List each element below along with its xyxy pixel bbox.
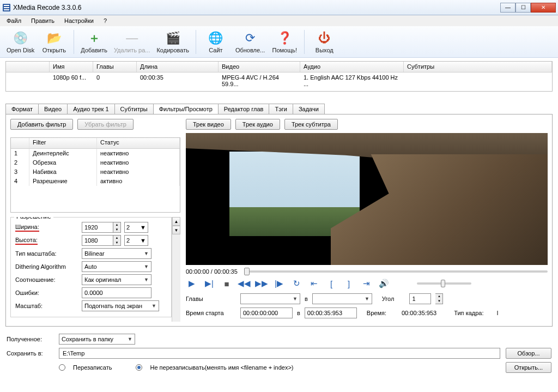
tab-chapter-editor[interactable]: Редактор глав xyxy=(218,104,270,114)
width-divisor-combo[interactable]: 2▼ xyxy=(124,222,148,233)
chapter-to-combo[interactable]: ▼ xyxy=(312,293,372,304)
column-header-blank[interactable] xyxy=(6,62,50,72)
mark-out-button[interactable]: ⇥ xyxy=(360,278,372,289)
frame-type-label: Тип кадра: xyxy=(454,310,483,316)
tab-tasks[interactable]: Задачи xyxy=(293,104,325,114)
rewind-button[interactable]: ◀◀ xyxy=(238,278,250,289)
scroll-down-icon[interactable]: ▼ xyxy=(172,226,180,234)
menu-settings[interactable]: Настройки xyxy=(60,16,98,25)
width-input[interactable] xyxy=(82,222,113,233)
window-maximize-button[interactable]: ☐ xyxy=(515,3,531,13)
column-header-index[interactable] xyxy=(11,138,29,148)
no-overwrite-label: Не перезаписывать(менять имя <filename +… xyxy=(150,364,293,371)
filter-row[interactable]: 3Набивканеактивно xyxy=(11,167,180,177)
received-combo[interactable]: Сохранить в папку▼ xyxy=(59,334,135,345)
settings-scrollbar[interactable]: ▲ ▼ xyxy=(172,217,180,322)
ratio-combo[interactable]: Как оригинал▼ xyxy=(82,274,151,285)
tab-filters-preview[interactable]: Фильтры/Просмотр xyxy=(153,104,219,114)
resolution-group-title: Разрешение xyxy=(14,217,53,220)
open-disk-button[interactable]: 💿Open Disk xyxy=(4,28,37,56)
help-button[interactable]: ❓Помощь! xyxy=(269,28,300,56)
track-audio-button[interactable]: Трек аудио xyxy=(235,119,280,130)
browse-button[interactable]: Обзор... xyxy=(506,348,551,359)
scale-type-combo[interactable]: Bilinear▼ xyxy=(82,248,151,259)
track-video-button[interactable]: Трек видео xyxy=(186,119,231,130)
filter-row[interactable]: 1Деинтерлейснеактивно xyxy=(11,149,180,158)
power-icon: ⏻ xyxy=(317,31,332,46)
toolbar-separator xyxy=(74,30,74,54)
column-header-filter[interactable]: Filter xyxy=(29,138,97,148)
menu-file[interactable]: Файл xyxy=(2,16,26,25)
toolbar-separator xyxy=(304,30,305,54)
menu-edit[interactable]: Править xyxy=(27,16,59,25)
width-spinner[interactable]: ▲▼ xyxy=(113,222,121,233)
add-button[interactable]: ＋Добавить xyxy=(78,28,110,56)
column-header-status[interactable]: Статус xyxy=(97,138,180,148)
disc-icon: 💿 xyxy=(13,31,28,46)
filter-row[interactable]: 2Обрезканеактивно xyxy=(11,158,180,167)
bracket-left-icon[interactable]: [ xyxy=(325,278,337,289)
end-time-input[interactable] xyxy=(305,307,357,318)
filter-row[interactable]: 4Разрешениеактивно xyxy=(11,177,180,186)
angle-spinner[interactable]: ▲▼ xyxy=(435,293,443,304)
open-file-button[interactable]: 📂Открыть xyxy=(39,28,69,56)
mark-in-button[interactable]: ⇤ xyxy=(308,278,320,289)
encode-button[interactable]: 🎬Кодировать xyxy=(154,28,191,56)
playback-controls: ▶ ▶| ■ ◀◀ ▶▶ |▶ ↻ ⇤ [ ] ⇥ 🔊 xyxy=(186,278,548,289)
open-output-button[interactable]: Открыть... xyxy=(506,362,551,373)
start-time-input[interactable] xyxy=(240,307,293,318)
seek-slider[interactable] xyxy=(244,270,548,273)
remove-button: —Удалить ра... xyxy=(112,28,152,56)
scroll-up-icon[interactable]: ▲ xyxy=(172,217,180,226)
ratio-label: Соотношение: xyxy=(15,276,82,283)
volume-icon[interactable]: 🔊 xyxy=(378,278,390,289)
window-close-button[interactable]: ✕ xyxy=(531,3,556,13)
menu-help[interactable]: ? xyxy=(99,16,111,25)
plus-icon: ＋ xyxy=(87,31,102,46)
tab-format[interactable]: Формат xyxy=(5,104,39,114)
file-list-table[interactable]: Имя Главы Длина Видео Аудио Субтитры 108… xyxy=(5,61,553,92)
in-label-2: в xyxy=(297,310,300,316)
column-header-subtitles[interactable]: Субтитры xyxy=(404,62,552,72)
height-spinner[interactable]: ▲▼ xyxy=(113,235,121,246)
menubar: Файл Править Настройки ? xyxy=(0,15,558,26)
svg-rect-3 xyxy=(4,9,9,10)
tab-audio-track[interactable]: Аудио трек 1 xyxy=(67,104,114,114)
column-header-length[interactable]: Длина xyxy=(137,62,219,72)
fast-forward-button[interactable]: ▶▶ xyxy=(256,278,268,289)
column-header-name[interactable]: Имя xyxy=(50,62,93,72)
step-forward-button[interactable]: |▶ xyxy=(273,278,285,289)
next-frame-button[interactable]: ▶| xyxy=(203,278,215,289)
column-header-video[interactable]: Видео xyxy=(219,62,300,72)
file-list-row[interactable]: 1080p 60 f... 0 00:00:35 MPEG-4 AVC / H.… xyxy=(6,73,552,82)
height-divisor-combo[interactable]: 2▼ xyxy=(124,235,148,246)
resolution-group: Разрешение Ширина: ▲▼ 2▼ Высота: ▲▼ 2▼ Т… xyxy=(10,217,172,317)
stop-button[interactable]: ■ xyxy=(221,278,233,289)
track-subtitle-button[interactable]: Трек субтитра xyxy=(284,119,338,130)
add-filter-button[interactable]: Добавить фильтр xyxy=(10,119,73,130)
site-button[interactable]: 🌐Сайт xyxy=(201,28,231,56)
tab-subtitles[interactable]: Субтитры xyxy=(114,104,154,114)
filter-table[interactable]: Filter Статус 1Деинтерлейснеактивно 2Обр… xyxy=(10,137,180,213)
bracket-right-icon[interactable]: ] xyxy=(343,278,355,289)
overwrite-radio[interactable] xyxy=(59,364,65,371)
update-button[interactable]: ⟳Обновле... xyxy=(233,28,267,56)
tab-tags[interactable]: Тэги xyxy=(269,104,293,114)
angle-input[interactable] xyxy=(409,293,431,304)
column-header-audio[interactable]: Аудио xyxy=(300,62,404,72)
tab-video[interactable]: Видео xyxy=(38,104,68,114)
frame-type-value: I xyxy=(497,310,499,316)
column-header-chapters[interactable]: Главы xyxy=(93,62,137,72)
errors-input[interactable] xyxy=(82,287,151,298)
window-minimize-button[interactable]: — xyxy=(500,3,515,13)
height-input[interactable] xyxy=(82,235,113,246)
no-overwrite-radio[interactable] xyxy=(136,364,142,371)
exit-button[interactable]: ⏻Выход xyxy=(309,28,339,56)
zoom-combo[interactable]: Подогнать под экран▼ xyxy=(82,300,159,311)
dithering-combo[interactable]: Auto▼ xyxy=(82,261,151,272)
save-path-input[interactable] xyxy=(59,348,500,359)
loop-button[interactable]: ↻ xyxy=(290,278,302,289)
volume-slider[interactable] xyxy=(417,282,471,285)
chapter-from-combo[interactable]: ▼ xyxy=(240,293,300,304)
play-button[interactable]: ▶ xyxy=(186,278,198,289)
